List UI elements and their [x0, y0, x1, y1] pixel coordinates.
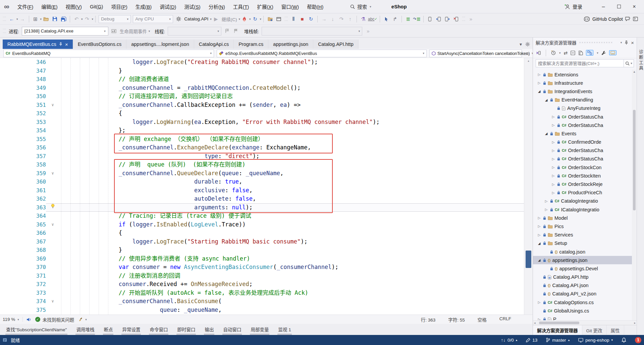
fold-margin[interactable] — [46, 58, 59, 67]
project-dropdown[interactable]: C# EventBusRabbitMQ▾ — [3, 50, 214, 57]
scrollbar-thumb[interactable] — [526, 251, 531, 268]
spell-check-icon[interactable]: abc✓ — [368, 15, 377, 23]
notification-badge[interactable]: 1 — [635, 337, 641, 343]
tab-appsettings....lopment.json[interactable]: appsettings....lopment.json — [126, 40, 194, 49]
show-all-files-icon[interactable] — [578, 51, 583, 55]
tab-appsettings.json[interactable]: appsettings.json — [268, 40, 313, 49]
tree-item-IntegrationEvents[interactable]: ◢IntegrationEvents — [533, 87, 637, 95]
git-sync-button[interactable]: ↑↓ 0/0 ▴ — [501, 338, 518, 343]
fold-margin[interactable] — [46, 306, 59, 315]
panel-tab-解决方案资源管理器[interactable]: 解决方案资源管理器 — [533, 325, 582, 335]
solution-search-input[interactable] — [536, 59, 624, 67]
bottom-tab-输出[interactable]: 输出 — [201, 325, 218, 335]
code-line-363[interactable]: 363 arguments: null); — [0, 203, 533, 212]
code-line-375[interactable]: 375 queue: _queueName, — [0, 306, 533, 315]
collapsed-arrow-icon[interactable]: ▷ — [551, 157, 555, 161]
tree-scroll-up-icon[interactable]: ▴ — [633, 70, 635, 73]
minimize-button[interactable]: – — [596, 1, 611, 12]
lifecycle-dropdown-icon[interactable]: ▾ — [149, 29, 150, 33]
expanded-arrow-icon[interactable]: ◢ — [537, 89, 541, 93]
fold-margin[interactable] — [46, 118, 59, 127]
background-tasks-icon[interactable] — [3, 338, 8, 342]
spaces-indicator[interactable]: 空格 — [478, 316, 487, 323]
stack-frame-dropdown[interactable]: ▾ — [262, 27, 362, 36]
copilot-settings-icon[interactable] — [633, 17, 638, 21]
code-line-365[interactable]: 365∨ if (logger.IsEnabled(LogLevel.Trace… — [0, 220, 533, 229]
tree-item-Catalog.API_v2.json[interactable]: {}Catalog.API_v2.json — [533, 290, 637, 298]
restart-debugging-icon[interactable]: ↻ — [307, 15, 315, 23]
fold-margin[interactable] — [46, 135, 59, 144]
tree-item-Events[interactable]: ◢Events — [533, 129, 637, 138]
tree-item-OrderStatusCha[interactable]: ▷C#OrderStatusCha — [533, 146, 637, 155]
close-panel-icon[interactable]: × — [631, 40, 634, 46]
code-line-350[interactable]: 350 // 订阅连接异常回调, 遇到回调时记录日志 — [0, 92, 533, 101]
code-line-372[interactable]: 372 consumer.Received += OnMessageReceiv… — [0, 280, 533, 289]
fold-margin[interactable] — [46, 186, 59, 195]
hot-reload-icon[interactable] — [240, 15, 249, 23]
expanded-arrow-icon[interactable]: ◢ — [544, 98, 548, 102]
tree-item-catalog.json[interactable]: {}catalog.json — [533, 248, 637, 256]
scroll-left-icon[interactable]: ◂ — [533, 321, 537, 325]
menu-item-项目(P)[interactable]: 项目(P) — [108, 1, 130, 12]
tree-item-CatalogOptions.cs[interactable]: ▷C#CatalogOptions.cs — [533, 298, 637, 306]
pin-icon[interactable] — [625, 41, 628, 45]
toolbar-grip[interactable]: ⋮⋮ — [285, 15, 287, 23]
toolbar-overflow-icon[interactable]: » — [467, 15, 475, 23]
fold-margin[interactable] — [46, 92, 59, 101]
code-line-359[interactable]: 359∨ _consumerChannel.QueueDeclare(queue… — [0, 169, 533, 178]
save-all-icon[interactable] — [59, 15, 67, 23]
line-indicator[interactable]: 行: 363 — [421, 316, 436, 323]
tree-item-P[interactable]: ▷P — [533, 315, 637, 320]
code-line-366[interactable]: 366 { — [0, 229, 533, 237]
close-tab-icon[interactable]: × — [65, 42, 68, 47]
bottom-tab-局部变量[interactable]: 局部变量 — [247, 325, 273, 335]
collapsed-arrow-icon[interactable]: ▷ — [551, 191, 555, 195]
fold-margin[interactable] — [46, 143, 59, 152]
search-box[interactable]: 搜索 ▾ — [350, 3, 371, 10]
document-health-indicator[interactable]: ✓ 未找到相关问题 — [35, 316, 74, 323]
panel-menu-icon[interactable]: ▾ — [621, 41, 622, 44]
code-line-373[interactable]: 373 // 开始监听队列 (autoAck = false, 表示业务处理完成… — [0, 289, 533, 297]
bottom-tab-查找"SubscriptionClientName"[interactable]: 查找"SubscriptionClientName" — [2, 325, 71, 335]
code-line-355[interactable]: 355 // 声明 exchange （交换机） （如果不存在则创建） — [0, 135, 533, 144]
code-line-360[interactable]: 360 durable: true, — [0, 178, 533, 186]
type-dropdown[interactable]: eShop.EventBusRabbitMQ.RabbitMQEventBus▾ — [217, 50, 427, 57]
code-line-374[interactable]: 374∨ _consumerChannel.BasicConsume( — [0, 297, 533, 306]
code-line-364[interactable]: 364 // Tracing: 记录日志 (trace 级别) 便于调试 — [0, 212, 533, 220]
tree-horizontal-scrollbar[interactable]: ◂ ▸ — [533, 320, 637, 325]
toolbar-grip[interactable]: ⋮⋮ — [463, 15, 465, 23]
collapsed-arrow-icon[interactable]: ▷ — [544, 199, 548, 203]
accessibility-icon[interactable] — [26, 317, 31, 322]
code-line-356[interactable]: 356 _consumerChannel.ExchangeDeclare(exc… — [0, 143, 533, 152]
collapsed-arrow-icon[interactable]: ▷ — [551, 165, 555, 169]
syntax-visualizer-icon[interactable]: ⚗ — [359, 15, 367, 23]
collapsed-arrow-icon[interactable]: ▷ — [551, 174, 555, 178]
editor-vertical-scrollbar[interactable]: ▴ — [524, 58, 533, 315]
git-branch-button[interactable]: master ▴ — [546, 338, 570, 343]
solution-platforms-dropdown[interactable]: Any CPU▾ — [133, 15, 173, 23]
select-pointer-icon[interactable] — [382, 15, 390, 23]
bottom-tab-断点[interactable]: 断点 — [100, 325, 117, 335]
code-line-362[interactable]: 362 autoDelete: false, — [0, 195, 533, 203]
tree-item-GlobalUsings.cs[interactable]: C#GlobalUsings.cs — [533, 306, 637, 315]
scroll-right-icon[interactable]: ▸ — [633, 321, 637, 325]
flagged-only-icon[interactable] — [232, 27, 240, 35]
sync-dropdown-icon[interactable]: ▾ — [597, 51, 598, 55]
code-line-368[interactable]: 368 } — [0, 246, 533, 255]
code-line-353[interactable]: 353 logger.LogWarning(ea.Exception, "Err… — [0, 118, 533, 127]
tree-item-CatalogIntegratio[interactable]: ▷C#CatalogIntegratio — [533, 197, 637, 205]
code-line-354[interactable]: 354 }; — [0, 126, 533, 135]
tree-item-ConfirmedOrde[interactable]: ▷C#ConfirmedOrde — [533, 138, 637, 146]
new-dropdown-icon[interactable]: ▾ — [40, 17, 42, 21]
code-line-348[interactable]: 348 // 创建消费者通道 — [0, 75, 533, 84]
bottom-tab-即时窗口[interactable]: 即时窗口 — [173, 325, 199, 335]
tree-item-Setup[interactable]: ◢Setup — [533, 239, 637, 248]
tree-item-ProductPriceCh[interactable]: ▷C#ProductPriceCh — [533, 189, 637, 197]
navigate-forward-icon[interactable]: → — [18, 15, 26, 23]
fold-margin[interactable] — [46, 126, 59, 135]
collapsed-arrow-icon[interactable]: ▷ — [537, 233, 541, 237]
tree-item-Catalog.API.http[interactable]: Catalog.API.http — [533, 273, 637, 281]
back-dropdown-icon[interactable]: ▾ — [16, 17, 18, 21]
code-line-346[interactable]: 346 logger.LogTrace("Creating RabbitMQ c… — [0, 58, 533, 67]
lifecycle-events-dropdown[interactable]: 生命周期事件 — [120, 28, 147, 34]
